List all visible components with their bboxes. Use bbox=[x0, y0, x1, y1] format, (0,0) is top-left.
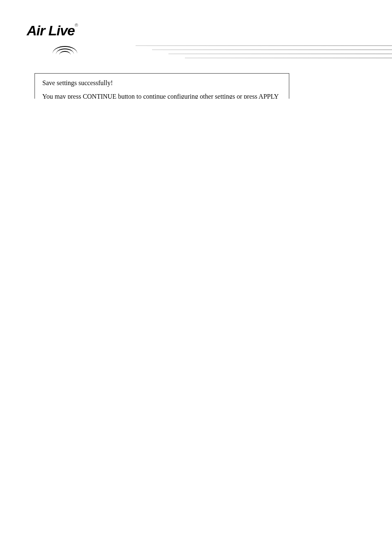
brand-logo: Air Live® bbox=[27, 23, 78, 39]
wifi-arc-icon bbox=[53, 46, 77, 55]
save-dialog: Save settings successfully! You may pres… bbox=[35, 73, 289, 99]
brand-name: Air Live® bbox=[27, 23, 78, 39]
instructions-text: You may press CONTINUE button to continu… bbox=[42, 92, 281, 99]
success-message: Save settings successfully! bbox=[42, 79, 281, 87]
